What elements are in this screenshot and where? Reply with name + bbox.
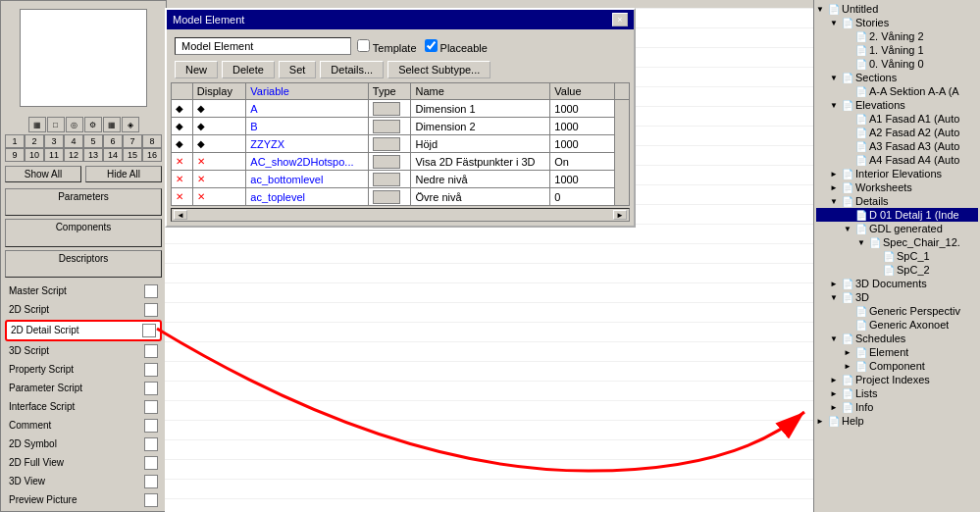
tree-item-14[interactable]: ▼ 📄 Details [816,194,978,208]
table-row[interactable]: ✕ ✕ ac_toplevel Övre nivå 0 [172,188,630,206]
row-value-4[interactable]: 1000 [550,171,614,188]
tree-item-28[interactable]: ► 📄 Lists [816,386,978,400]
tree-item-17[interactable]: ▼ 📄 Spec_Chair_12. [816,235,978,249]
tree-item-4[interactable]: 📄 0. Våning 0 [816,57,978,71]
table-row[interactable]: ◆ ◆ B Dimension 2 1000 [172,118,630,135]
tree-item-19[interactable]: 📄 SpC_2 [816,263,978,277]
table-row[interactable]: ✕ ✕ AC_show2DHotspo... Visa 2D Fästpunkt… [172,153,630,171]
row-variable-2[interactable]: ZZYZX [246,135,369,153]
placeable-checkbox[interactable] [425,39,438,52]
row-variable-0[interactable]: A [246,100,369,118]
tree-item-15[interactable]: 📄 D 01 Detalj 1 (Inde [816,208,978,222]
tree-item-3[interactable]: 📄 1. Våning 1 [816,43,978,57]
toolbar-icon-3[interactable]: ◎ [66,117,83,132]
hide-all-button[interactable]: Hide All [85,166,162,182]
tree-item-21[interactable]: ▼ 📄 3D [816,290,978,304]
row-value-3[interactable]: On [550,153,614,171]
tree-item-23[interactable]: 📄 Generic Axonoet [816,318,978,332]
placeable-checkbox-label[interactable]: Placeable [425,39,488,54]
tree-item-9[interactable]: 📄 A2 Fasad A2 (Auto [816,126,978,139]
tree-item-7[interactable]: ▼ 📄 Elevations [816,98,978,112]
tree-item-25[interactable]: ► 📄 Element [816,345,978,359]
script-comment[interactable]: Comment [5,417,162,435]
tree-item-10[interactable]: 📄 A3 Fasad A3 (Auto [816,139,978,153]
script-2d-detail[interactable]: 2D Detail Script [5,320,162,341]
toolbar-icon-4[interactable]: ⚙ [84,117,102,132]
script-2d-full-view-check[interactable] [144,456,158,470]
tree-item-30[interactable]: ► 📄 Help [816,414,978,428]
details-button[interactable]: Details... [320,61,384,78]
tree-item-1[interactable]: ▼ 📄 Stories [816,16,978,29]
script-3d-check[interactable] [144,344,158,358]
model-element-input[interactable]: Model Element [175,37,351,55]
tree-item-29[interactable]: ► 📄 Info [816,400,978,414]
col-header-type[interactable]: Type [368,83,411,100]
toolbar-icon-1[interactable]: ▦ [28,117,46,132]
row-value-5[interactable]: 0 [550,188,614,206]
scroll-right-btn[interactable]: ► [613,210,627,220]
script-property[interactable]: Property Script [5,361,162,379]
toolbar-icon-5[interactable]: ▦ [103,117,121,132]
parameters-button[interactable]: Parameters [5,188,162,216]
horizontal-scrollbar[interactable]: ◄ ► [171,208,630,222]
script-parameter-check[interactable] [144,382,158,395]
script-2d-symbol-check[interactable] [144,437,158,451]
row-value-2[interactable]: 1000 [550,135,614,153]
table-row[interactable]: ◆ ◆ ZZYZX Höjd 1000 [172,135,630,153]
tree-item-12[interactable]: ► 📄 Interior Elevations [816,167,978,180]
col-header-display[interactable]: Display [192,83,246,100]
delete-button[interactable]: Delete [222,61,275,78]
col-header-value[interactable]: Value [550,83,614,100]
script-preview-check[interactable] [144,493,158,507]
script-master[interactable]: Master Script [5,282,162,300]
script-interface-check[interactable] [144,400,158,414]
script-3d[interactable]: 3D Script [5,342,162,360]
tree-item-20[interactable]: ► 📄 3D Documents [816,277,978,290]
col-header-variable[interactable]: Variable [246,83,369,100]
show-all-button[interactable]: Show All [5,166,81,182]
row-value-1[interactable]: 1000 [550,118,614,135]
table-scroll[interactable]: Display Variable Type Name Value ◆ ◆ A [171,82,630,206]
script-preview-picture[interactable]: Preview Picture [5,491,162,509]
tree-item-13[interactable]: ► 📄 Worksheets [816,180,978,194]
script-2d-detail-check[interactable] [142,324,156,337]
script-3d-view[interactable]: 3D View [5,473,162,490]
template-checkbox[interactable] [357,39,370,52]
row-variable-5[interactable]: ac_toplevel [246,188,369,206]
script-2d-check[interactable] [144,303,158,317]
tree-item-11[interactable]: 📄 A4 Fasad A4 (Auto [816,153,978,167]
table-row[interactable]: ◆ ◆ A Dimension 1 1000 [172,100,630,118]
tree-item-24[interactable]: ▼ 📄 Schedules [816,332,978,345]
select-subtype-button[interactable]: Select Subtype... [387,61,490,78]
row-variable-1[interactable]: B [246,118,369,135]
tree-item-18[interactable]: 📄 SpC_1 [816,249,978,263]
script-2d-full-view[interactable]: 2D Full View [5,454,162,472]
tree-item-8[interactable]: 📄 A1 Fasad A1 (Auto [816,112,978,126]
tree-item-22[interactable]: 📄 Generic Perspectiv [816,304,978,318]
tree-item-26[interactable]: ► 📄 Component [816,359,978,373]
script-3d-view-check[interactable] [144,475,158,488]
set-button[interactable]: Set [279,61,317,78]
script-interface[interactable]: Interface Script [5,398,162,416]
tree-item-2[interactable]: 📄 2. Våning 2 [816,29,978,43]
descriptors-button[interactable]: Descriptors [5,250,162,278]
script-master-check[interactable] [144,284,158,298]
components-button[interactable]: Components [5,219,162,246]
script-2d-symbol[interactable]: 2D Symbol [5,435,162,453]
row-value-0[interactable]: 1000 [550,100,614,118]
scroll-left-btn[interactable]: ◄ [174,210,187,220]
tree-item-5[interactable]: ▼ 📄 Sections [816,71,978,84]
tree-item-0[interactable]: ▼ 📄 Untitled [816,2,978,16]
col-header-name[interactable]: Name [411,83,550,100]
script-parameter[interactable]: Parameter Script [5,380,162,397]
script-comment-check[interactable] [144,419,158,433]
new-button[interactable]: New [175,61,218,78]
toolbar-icon-6[interactable]: ◈ [122,117,139,132]
script-property-check[interactable] [144,363,158,377]
template-checkbox-label[interactable]: Template [357,39,417,54]
tree-item-6[interactable]: 📄 A-A Sektion A-A (A [816,84,978,98]
tree-item-16[interactable]: ▼ 📄 GDL generated [816,222,978,235]
row-variable-4[interactable]: ac_bottomlevel [246,171,369,188]
script-2d[interactable]: 2D Script [5,301,162,319]
table-row[interactable]: ✕ ✕ ac_bottomlevel Nedre nivå 1000 [172,171,630,188]
